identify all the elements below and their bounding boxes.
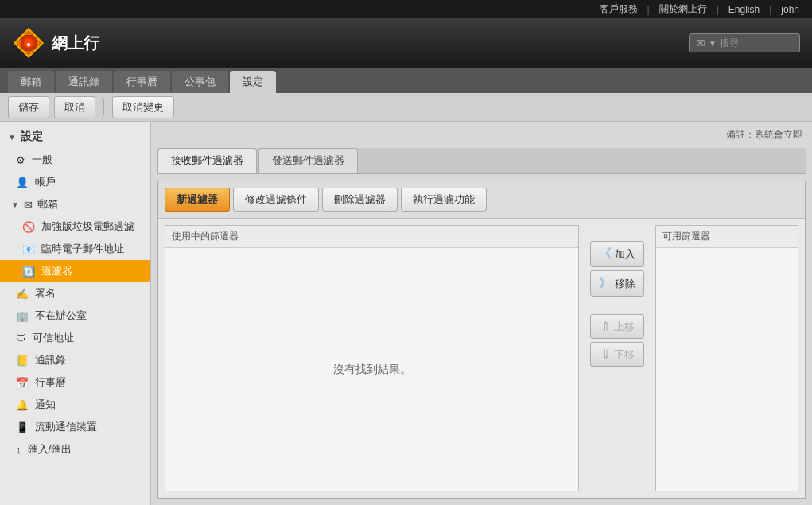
logo: ● 網上行	[12, 26, 99, 60]
sidebar-item-mobile[interactable]: 📱 流動通信裝置	[0, 416, 150, 438]
add-filter-button[interactable]: 《 加入	[590, 241, 644, 267]
sidebar-item-notify[interactable]: 🔔 通知	[0, 394, 150, 416]
sidebar: ▼ 設定 ⚙ 一般 👤 帳戶 ▼ ✉ 郵箱 🚫 加強版垃圾電郵過濾 📧 臨時電子…	[0, 122, 151, 505]
header: ● 網上行 ✉ ▼	[0, 18, 812, 68]
shield-icon: 🛡	[16, 332, 26, 344]
move-down-label: 下移	[614, 348, 635, 362]
move-up-label: 上移	[614, 320, 635, 334]
save-button[interactable]: 儲存	[8, 96, 49, 118]
filter-tabs: 接收郵件過濾器 發送郵件過濾器	[157, 148, 806, 174]
available-filters-title: 可用篩選器	[656, 226, 798, 248]
user-icon: 👤	[16, 177, 29, 188]
active-filters-title: 使用中的篩選器	[165, 226, 578, 248]
run-filter-button[interactable]: 執行過濾功能	[401, 188, 487, 212]
arrow-right-icon: 》	[599, 275, 612, 292]
move-up-button[interactable]: ⇑ 上移	[590, 314, 644, 339]
nav-tabs: 郵箱 通訊錄 行事曆 公事包 設定	[0, 68, 812, 93]
sidebar-item-away[interactable]: 🏢 不在辦公室	[0, 305, 150, 327]
arrow-down-icon: ⇓	[600, 347, 611, 362]
sidebar-item-label: 匯入/匯出	[28, 442, 72, 456]
spam-icon: 🚫	[22, 221, 35, 233]
remove-label: 移除	[615, 277, 635, 291]
search-area: ✉ ▼	[689, 33, 800, 52]
toolbar: 儲存 取消 取消變更	[0, 93, 812, 122]
no-results-message: 沒有找到結果。	[333, 363, 411, 377]
active-filters-body: 沒有找到結果。	[165, 248, 578, 491]
bell-icon: 🔔	[16, 399, 29, 411]
mail-icon: ✉	[696, 37, 705, 49]
about-link[interactable]: 關於網上行	[659, 2, 707, 16]
top-bar: 客戶服務 | 關於網上行 | English | john	[0, 0, 812, 18]
expand-arrow-icon: ▼	[11, 200, 19, 209]
username-label: john	[781, 4, 799, 15]
search-dropdown-btn[interactable]: ▼	[709, 39, 717, 48]
discard-button[interactable]: 取消變更	[112, 96, 174, 118]
language-link[interactable]: English	[728, 4, 760, 15]
available-filters-body	[656, 248, 798, 491]
sidebar-item-label: 過濾器	[41, 264, 72, 278]
gear-icon: ⚙	[16, 154, 25, 166]
sidebar-item-label: 署名	[35, 286, 56, 301]
sidebar-item-label: 通知	[35, 398, 56, 412]
sep1: |	[647, 4, 650, 15]
sidebar-item-label: 加強版垃圾電郵過濾	[41, 219, 134, 234]
sidebar-item-label: 不在辦公室	[35, 309, 87, 323]
svg-text:●: ●	[26, 40, 31, 49]
sidebar-item-label: 一般	[32, 153, 52, 167]
search-box: ✉ ▼	[689, 33, 800, 52]
tab-mail[interactable]: 郵箱	[8, 71, 54, 93]
sidebar-item-label: 帳戶	[35, 175, 56, 189]
available-filters-panel: 可用篩選器	[655, 225, 798, 491]
tab-calendar[interactable]: 行事曆	[114, 71, 170, 93]
signature-icon: ✍	[16, 288, 29, 300]
sidebar-item-temp-mail[interactable]: 📧 臨時電子郵件地址	[0, 238, 150, 260]
main-layout: ▼ 設定 ⚙ 一般 👤 帳戶 ▼ ✉ 郵箱 🚫 加強版垃圾電郵過濾 📧 臨時電子…	[0, 122, 812, 505]
delete-filter-button[interactable]: 刪除過濾器	[322, 188, 398, 212]
sidebar-title-text: 設定	[21, 130, 43, 144]
mobile-icon: 📱	[16, 421, 29, 433]
sidebar-item-filter[interactable]: 🔃 過濾器	[0, 260, 150, 282]
filter-icon: 🔃	[22, 266, 35, 278]
sidebar-item-label: 臨時電子郵件地址	[41, 242, 124, 256]
import-icon: ↕	[16, 444, 21, 456]
active-filters-panel: 使用中的篩選器 沒有找到結果。	[165, 225, 579, 491]
edit-filter-button[interactable]: 修改過濾條件	[233, 188, 319, 212]
sidebar-item-label: 通訊錄	[35, 353, 66, 367]
sidebar-arrow: ▼	[8, 133, 16, 142]
note-bar: 備註：系統會立即	[157, 128, 806, 142]
temp-mail-icon: 📧	[22, 243, 35, 255]
sidebar-item-mailbox[interactable]: ▼ ✉ 郵箱	[0, 193, 150, 216]
sidebar-item-spam[interactable]: 🚫 加強版垃圾電郵過濾	[0, 216, 150, 238]
remove-filter-button[interactable]: 》 移除	[590, 270, 644, 297]
sidebar-item-label: 行事曆	[35, 375, 66, 390]
tab-settings[interactable]: 設定	[230, 71, 276, 93]
arrow-left-icon: 《	[599, 246, 612, 262]
new-filter-button[interactable]: 新過濾器	[165, 188, 230, 212]
customer-service-link[interactable]: 客戶服務	[600, 2, 638, 16]
tab-outgoing-filter[interactable]: 發送郵件過濾器	[258, 148, 358, 173]
sidebar-item-import[interactable]: ↕ 匯入/匯出	[0, 438, 150, 460]
sidebar-item-contacts[interactable]: 📒 通訊錄	[0, 349, 150, 371]
search-input[interactable]	[720, 37, 799, 49]
mail-icon: ✉	[24, 199, 33, 211]
sidebar-item-calendar[interactable]: 📅 行事曆	[0, 371, 150, 394]
arrow-up-icon: ⇑	[600, 319, 611, 334]
filter-controls: 《 加入 》 移除 ⇑ 上移 ⇓ 下移	[585, 225, 649, 491]
note-text: 備註：系統會立即	[726, 129, 802, 140]
sidebar-item-label: 流動通信裝置	[35, 420, 97, 434]
sidebar-title: ▼ 設定	[0, 125, 150, 149]
sep2: |	[717, 4, 719, 15]
toolbar-separator	[103, 99, 104, 115]
cancel-button[interactable]: 取消	[54, 96, 95, 118]
sep3: |	[769, 4, 771, 15]
sidebar-item-signature[interactable]: ✍ 署名	[0, 282, 150, 305]
sidebar-item-general[interactable]: ⚙ 一般	[0, 149, 150, 171]
move-down-button[interactable]: ⇓ 下移	[590, 342, 644, 367]
sidebar-item-label: 可信地址	[33, 331, 74, 345]
sidebar-item-account[interactable]: 👤 帳戶	[0, 171, 150, 193]
sidebar-item-trusted[interactable]: 🛡 可信地址	[0, 327, 150, 349]
tab-contacts[interactable]: 通訊錄	[56, 71, 112, 93]
tab-incoming-filter[interactable]: 接收郵件過濾器	[157, 148, 257, 173]
tab-briefcase[interactable]: 公事包	[172, 71, 228, 93]
filter-body: 使用中的篩選器 沒有找到結果。 《 加入 》 移除	[158, 219, 805, 498]
